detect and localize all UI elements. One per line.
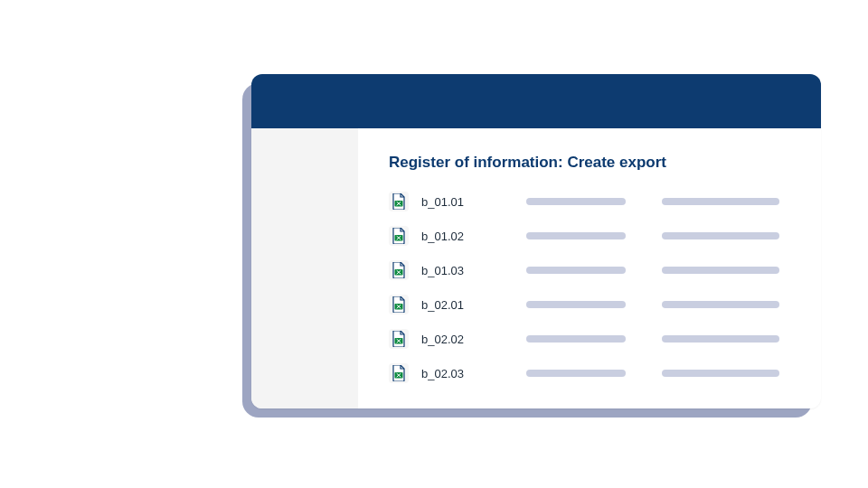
file-row[interactable]: b_02.03	[389, 363, 790, 383]
placeholder-bar	[526, 198, 626, 205]
placeholder-columns	[526, 198, 779, 205]
file-name: b_02.03	[421, 367, 519, 380]
placeholder-columns	[526, 232, 779, 239]
placeholder-bar	[662, 267, 779, 274]
file-row[interactable]: b_01.02	[389, 226, 790, 246]
placeholder-bar	[526, 267, 626, 274]
file-row[interactable]: b_01.01	[389, 192, 790, 211]
placeholder-bar	[526, 232, 626, 239]
excel-file-icon	[389, 295, 409, 314]
placeholder-columns	[526, 267, 779, 274]
placeholder-columns	[526, 370, 779, 377]
excel-file-icon	[389, 226, 409, 246]
page-title: Register of information: Create export	[389, 154, 790, 172]
window-header-bar	[251, 74, 821, 128]
placeholder-bar	[526, 335, 626, 343]
file-name: b_02.01	[421, 298, 519, 312]
placeholder-bar	[662, 335, 779, 343]
placeholder-bar	[662, 301, 779, 308]
placeholder-bar	[662, 198, 779, 205]
file-row[interactable]: b_01.03	[389, 260, 790, 280]
excel-file-icon	[389, 260, 409, 280]
placeholder-bar	[526, 301, 626, 308]
file-row[interactable]: b_02.02	[389, 329, 790, 349]
excel-file-icon	[389, 363, 409, 383]
file-name: b_01.02	[421, 230, 519, 243]
file-row[interactable]: b_02.01	[389, 295, 790, 314]
window-card: Register of information: Create export b…	[251, 74, 821, 408]
placeholder-bar	[526, 370, 626, 377]
placeholder-bar	[662, 232, 779, 239]
placeholder-columns	[526, 335, 779, 343]
main-content: Register of information: Create export b…	[358, 128, 821, 408]
file-name: b_02.02	[421, 333, 519, 346]
placeholder-columns	[526, 301, 779, 308]
excel-file-icon	[389, 329, 409, 349]
file-name: b_01.01	[421, 195, 519, 209]
excel-file-icon	[389, 192, 409, 211]
sidebar-panel	[251, 128, 358, 408]
placeholder-bar	[662, 370, 779, 377]
file-name: b_01.03	[421, 264, 519, 277]
file-list: b_01.01	[389, 192, 790, 383]
